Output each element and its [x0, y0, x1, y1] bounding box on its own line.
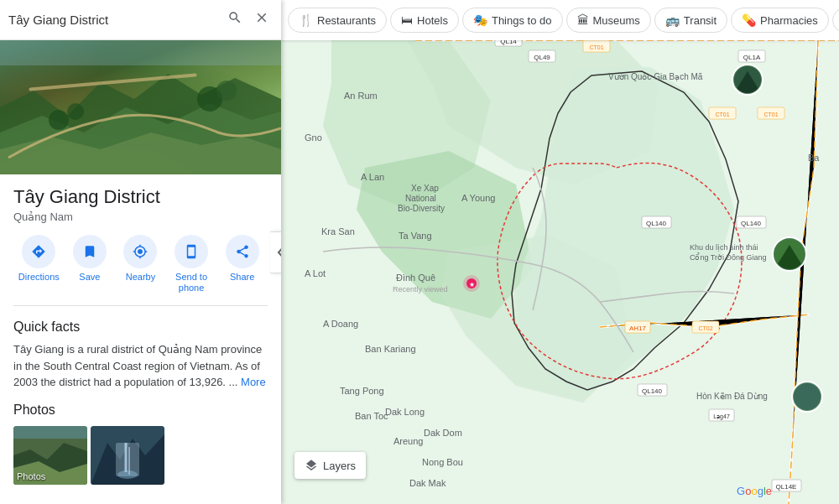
layers-button[interactable]: Layers	[294, 452, 366, 479]
svg-text:Đình Quê: Đình Quê	[396, 273, 435, 283]
pharmacies-label: Pharmacies	[760, 14, 818, 27]
svg-rect-89	[794, 383, 821, 410]
svg-text:Khu du lịch sinh thái: Khu du lịch sinh thái	[690, 243, 758, 252]
svg-text:Xe Xap: Xe Xap	[411, 184, 439, 193]
svg-text:Recently viewed: Recently viewed	[393, 285, 448, 294]
hotels-nav-btn[interactable]: 🛏 Hotels	[390, 8, 459, 33]
svg-point-4	[67, 103, 84, 120]
svg-text:A Young: A Young	[461, 193, 495, 203]
place-name: Tây Giang District	[13, 186, 268, 208]
svg-text:Gno: Gno	[305, 132, 322, 143]
layers-label: Layers	[323, 460, 356, 472]
svg-text:National: National	[405, 194, 436, 203]
search-icon-button[interactable]	[224, 7, 246, 33]
photos-grid: Photos	[13, 426, 268, 485]
close-icon	[254, 10, 269, 25]
svg-text:Lạg47: Lạg47	[713, 413, 730, 420]
search-icon	[227, 10, 242, 25]
things-to-do-label: Things to do	[492, 14, 552, 27]
map-area[interactable]: 🍴 Restaurants 🛏 Hotels 🎭 Things to do 🏛 …	[281, 0, 839, 504]
photos-label: Photos	[17, 471, 45, 481]
save-label: Save	[79, 272, 100, 283]
svg-text:Dak Mak: Dak Mak	[409, 478, 446, 488]
restaurants-nav-btn[interactable]: 🍴 Restaurants	[288, 8, 387, 33]
send-to-phone-button[interactable]: Send to phone	[169, 235, 215, 294]
more-link[interactable]: More	[241, 376, 266, 388]
share-button[interactable]: Share	[219, 235, 265, 294]
search-input[interactable]	[8, 13, 219, 27]
chevron-left-icon	[277, 246, 282, 259]
svg-text:Hòn Kẽm Đá Dừng: Hòn Kẽm Đá Dừng	[696, 392, 768, 401]
svg-text:A Doang: A Doang	[323, 319, 358, 329]
museums-nav-btn[interactable]: 🏛 Museums	[566, 8, 651, 33]
restaurants-label: Restaurants	[317, 14, 376, 27]
svg-text:CT01: CT01	[763, 112, 778, 117]
nearby-icon	[123, 235, 157, 268]
svg-text:Areung: Areung	[393, 436, 423, 446]
things-to-do-icon: 🎭	[473, 13, 487, 27]
svg-text:QL49: QL49	[534, 54, 550, 61]
svg-marker-2	[0, 132, 281, 174]
left-panel: Tây Giang District Quảng Nam Directions …	[0, 0, 281, 504]
museums-label: Museums	[593, 14, 640, 27]
restaurants-icon: 🍴	[299, 13, 313, 27]
collapse-button[interactable]	[270, 231, 281, 273]
svg-text:An Rum: An Rum	[344, 91, 378, 101]
svg-text:QL14E: QL14E	[776, 483, 797, 491]
atms-nav-btn[interactable]: 💳 ATMs	[832, 8, 839, 33]
hotels-label: Hotels	[417, 14, 448, 27]
pharmacies-icon: 💊	[742, 13, 756, 27]
transit-icon: 🚌	[665, 13, 680, 27]
photo-thumb-1[interactable]: Photos	[13, 426, 87, 485]
svg-text:Nong Bou: Nong Bou	[422, 457, 463, 467]
directions-icon	[22, 235, 55, 268]
content-area: Tây Giang District Quảng Nam Directions …	[0, 174, 281, 504]
svg-text:Ta Vang: Ta Vang	[399, 231, 432, 241]
svg-text:Ban Kariang: Ban Kariang	[365, 344, 416, 354]
search-bar	[0, 0, 281, 40]
svg-text:AH17: AH17	[629, 325, 647, 332]
museums-icon: 🏛	[577, 13, 589, 27]
svg-text:QL1A: QL1A	[743, 54, 761, 61]
svg-text:CT02: CT02	[698, 325, 712, 331]
svg-point-3	[49, 110, 69, 130]
svg-text:CT01: CT01	[715, 112, 729, 117]
share-icon	[226, 235, 259, 268]
svg-text:CT01: CT01	[589, 44, 603, 50]
svg-text:Kra San: Kra San	[321, 226, 355, 236]
nearby-button[interactable]: Nearby	[117, 235, 164, 294]
transit-nav-btn[interactable]: 🚌 Transit	[654, 8, 727, 33]
close-icon-button[interactable]	[251, 7, 273, 33]
svg-text:A Lan: A Lan	[361, 172, 384, 182]
svg-text:★: ★	[469, 281, 475, 288]
svg-text:QL140: QL140	[646, 220, 667, 227]
photo-thumb-2[interactable]	[91, 426, 164, 485]
directions-label: Directions	[18, 272, 60, 283]
svg-point-17	[117, 470, 138, 479]
svg-text:Ban Toc: Ban Toc	[355, 411, 388, 421]
svg-text:Cổng Trời Đông Giang: Cổng Trời Đông Giang	[690, 252, 767, 262]
quick-facts-title: Quick facts	[13, 320, 268, 335]
svg-point-6	[216, 81, 237, 101]
svg-text:Ba: Ba	[808, 153, 820, 163]
photo-2-svg	[91, 426, 164, 485]
send-to-phone-label: Send to phone	[175, 272, 207, 294]
place-region: Quảng Nam	[13, 210, 268, 223]
save-button[interactable]: Save	[66, 235, 112, 294]
svg-rect-11	[13, 426, 87, 439]
svg-text:Dak Long: Dak Long	[385, 407, 425, 417]
quick-facts-text: Tây Giang is a rural district of Quảng N…	[13, 341, 268, 391]
map-top-bar: 🍴 Restaurants 🛏 Hotels 🎭 Things to do 🏛 …	[281, 0, 839, 40]
action-buttons: Directions Save Nearby Send to phone	[13, 235, 268, 306]
things-to-do-nav-btn[interactable]: 🎭 Things to do	[462, 8, 563, 33]
share-label: Share	[230, 272, 254, 283]
transit-label: Transit	[684, 14, 717, 27]
svg-rect-7	[0, 40, 281, 65]
pharmacies-nav-btn[interactable]: 💊 Pharmacies	[731, 8, 829, 33]
save-icon	[73, 235, 107, 268]
nearby-label: Nearby	[126, 272, 155, 283]
svg-text:QL140: QL140	[642, 387, 663, 395]
svg-text:Vườn Quốc Gia Bạch Mã: Vườn Quốc Gia Bạch Mã	[608, 72, 703, 81]
directions-button[interactable]: Directions	[16, 235, 62, 294]
svg-text:Dak Dom: Dak Dom	[424, 428, 462, 438]
